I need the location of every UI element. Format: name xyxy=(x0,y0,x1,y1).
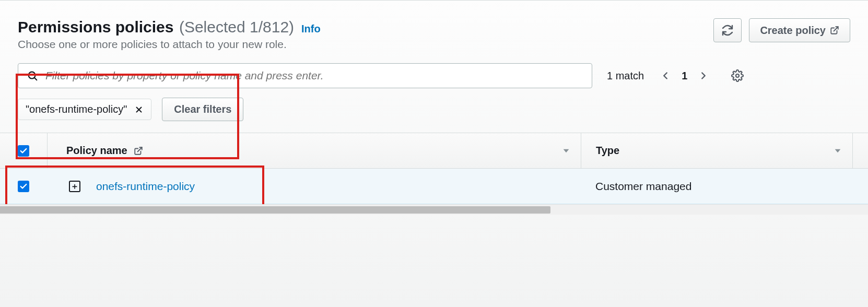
check-icon xyxy=(19,182,28,191)
search-icon xyxy=(27,70,38,81)
sort-icon[interactable] xyxy=(562,147,570,155)
prev-page-button[interactable] xyxy=(660,70,671,81)
table-row[interactable]: ＋ onefs-runtime-policy Customer managed xyxy=(0,169,868,204)
refresh-button[interactable] xyxy=(713,18,742,42)
filter-chip[interactable]: "onefs-runtime-policy" xyxy=(18,99,151,120)
search-input-container[interactable] xyxy=(18,63,592,88)
next-page-button[interactable] xyxy=(698,70,709,81)
policy-type-value: Customer managed xyxy=(595,180,691,193)
close-icon xyxy=(134,105,144,114)
table-header: Policy name Type xyxy=(0,133,868,169)
page-title: Permissions policies xyxy=(18,18,173,36)
create-policy-button[interactable]: Create policy xyxy=(749,18,850,42)
external-link-icon xyxy=(830,26,839,35)
settings-button[interactable] xyxy=(731,69,744,82)
page-subtitle: Choose one or more policies to attach to… xyxy=(18,38,321,51)
remove-filter-button[interactable] xyxy=(134,105,144,114)
external-link-icon xyxy=(134,146,143,156)
svg-line-6 xyxy=(137,147,142,151)
check-icon xyxy=(19,147,28,155)
horizontal-scrollbar[interactable] xyxy=(0,204,868,215)
search-input[interactable] xyxy=(44,69,583,82)
svg-line-0 xyxy=(834,27,838,31)
column-header-type[interactable]: Type xyxy=(596,145,619,157)
page-number: 1 xyxy=(682,70,687,82)
refresh-icon xyxy=(721,24,734,37)
clear-filters-label: Clear filters xyxy=(174,103,231,115)
clear-filters-button[interactable]: Clear filters xyxy=(162,98,243,121)
plus-icon: ＋ xyxy=(71,182,79,191)
svg-line-2 xyxy=(34,78,37,80)
match-count: 1 match xyxy=(607,70,644,82)
gear-icon xyxy=(731,69,744,82)
filter-chip-text: "onefs-runtime-policy" xyxy=(26,103,127,115)
row-checkbox[interactable] xyxy=(18,181,29,192)
chevron-left-icon xyxy=(660,70,671,81)
create-policy-label: Create policy xyxy=(760,25,826,37)
select-all-checkbox[interactable] xyxy=(18,145,29,157)
column-header-policy-name[interactable]: Policy name xyxy=(66,145,127,157)
svg-marker-7 xyxy=(564,149,569,152)
scrollbar-thumb[interactable] xyxy=(0,206,550,214)
sort-icon[interactable] xyxy=(834,147,842,155)
policy-name-link[interactable]: onefs-runtime-policy xyxy=(96,180,195,193)
info-link[interactable]: Info xyxy=(301,23,321,35)
svg-marker-8 xyxy=(835,149,841,152)
svg-point-3 xyxy=(736,74,739,77)
chevron-right-icon xyxy=(698,70,709,81)
expand-row-button[interactable]: ＋ xyxy=(69,181,80,192)
selection-count: (Selected 1/812) xyxy=(179,18,294,36)
